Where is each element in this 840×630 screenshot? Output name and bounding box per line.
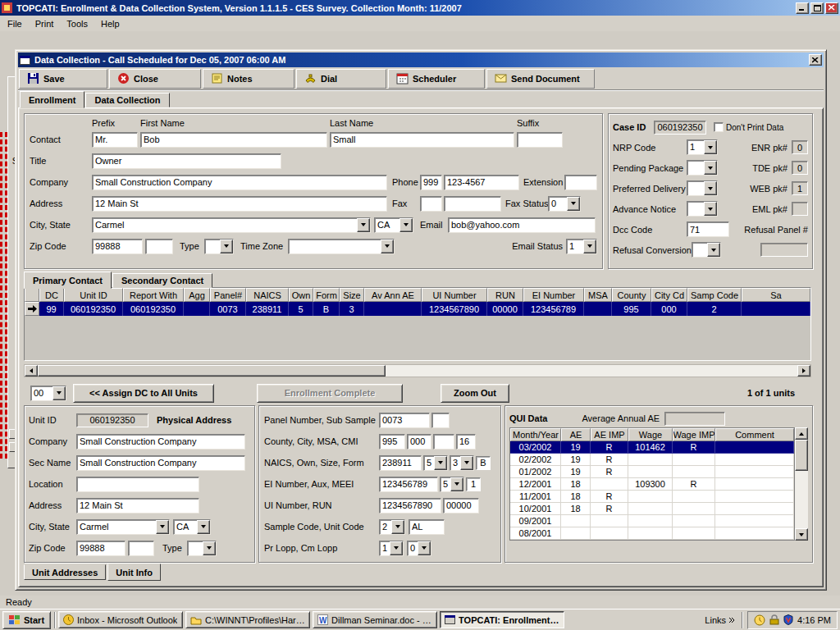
county-input[interactable] [379, 434, 405, 450]
scroll-down-button[interactable] [795, 528, 808, 541]
menu-help[interactable]: Help [94, 17, 126, 30]
dropdown-arrow-icon[interactable] [52, 386, 66, 400]
company-input[interactable] [92, 175, 387, 190]
aux-combo[interactable]: 5 [440, 477, 464, 492]
menu-print[interactable]: Print [29, 17, 61, 30]
units-grid[interactable]: DC Unit ID Report With Agg Panel# NAICS … [24, 287, 811, 361]
assign-dc-button[interactable]: << Assign DC to All Units [73, 384, 214, 403]
cmi-input[interactable] [456, 434, 476, 450]
qui-row[interactable]: 11/200118R [510, 491, 794, 503]
scroll-up-button[interactable] [795, 427, 808, 440]
dropdown-arrow-icon[interactable] [418, 541, 431, 555]
pending-package-combo[interactable] [687, 160, 718, 176]
extension-input[interactable] [564, 175, 597, 190]
dropdown-arrow-icon[interactable] [704, 202, 717, 216]
taskbar-item-topcati[interactable]: TOPCATI: Enrollment ... [440, 611, 564, 628]
dial-button[interactable]: Dial [296, 69, 386, 89]
scroll-thumb[interactable] [38, 365, 386, 377]
menu-tools[interactable]: Tools [60, 17, 94, 30]
dropdown-arrow-icon[interactable] [704, 161, 717, 175]
notes-button[interactable]: Notes [203, 69, 294, 89]
city-combo[interactable]: Carmel [92, 217, 371, 233]
qui-row[interactable]: 08/2001 [510, 527, 794, 540]
nrp-code-combo[interactable]: 1 [687, 139, 718, 155]
enrollment-complete-button[interactable]: Enrollment Complete [257, 384, 403, 403]
tab-secondary-contact[interactable]: Secondary Contact [112, 273, 212, 288]
panel-number-input[interactable] [379, 413, 430, 428]
save-button[interactable]: Save [19, 69, 107, 89]
unit-state-combo[interactable]: CA [173, 519, 211, 535]
dropdown-arrow-icon[interactable] [357, 218, 370, 232]
close-button[interactable] [825, 2, 838, 14]
scroll-right-button[interactable] [797, 365, 810, 377]
dropdown-arrow-icon[interactable] [203, 541, 216, 555]
state-combo[interactable]: CA [374, 217, 413, 233]
city-cd-input[interactable] [407, 434, 431, 450]
dropdown-arrow-icon[interactable] [450, 477, 463, 491]
dc-combo[interactable]: 00 [30, 386, 66, 401]
dropdown-arrow-icon[interactable] [434, 456, 447, 470]
chevron-right-icon[interactable] [728, 617, 735, 623]
dropdown-arrow-icon[interactable] [704, 181, 717, 195]
dcc-code-input[interactable] [687, 221, 729, 237]
phone-number-input[interactable] [444, 175, 519, 190]
last-name-input[interactable] [330, 132, 514, 148]
address-input[interactable] [92, 196, 387, 212]
own-combo[interactable]: 5 [423, 455, 448, 471]
scroll-left-button[interactable] [25, 365, 38, 377]
fax-area-input[interactable] [420, 196, 442, 212]
dropdown-arrow-icon[interactable] [567, 197, 580, 211]
lock-icon[interactable] [769, 614, 779, 625]
advance-notice-combo[interactable] [687, 201, 718, 217]
sample-code-combo[interactable]: 2 [379, 519, 405, 535]
location-input[interactable] [76, 477, 199, 492]
scheduler-button[interactable]: Scheduler [388, 69, 485, 89]
dropdown-arrow-icon[interactable] [583, 240, 596, 253]
taskbar-item-folder[interactable]: C:\WINNT\Profiles\Harre... [185, 611, 310, 628]
start-button[interactable]: Start [2, 611, 51, 629]
prefix-input[interactable] [92, 132, 138, 148]
send-document-button[interactable]: Send Document [486, 69, 595, 89]
dropdown-arrow-icon[interactable] [391, 520, 404, 534]
zip4-input[interactable] [145, 239, 173, 254]
minimize-button[interactable] [796, 2, 809, 14]
taskbar-item-outlook[interactable]: Inbox - Microsoft Outlook [58, 611, 183, 628]
unit-city-combo[interactable]: Carmel [76, 519, 170, 535]
unit-zip4-input[interactable] [128, 541, 154, 556]
grid-hscrollbar[interactable] [24, 364, 811, 377]
dropdown-arrow-icon[interactable] [156, 520, 169, 534]
naics-input[interactable] [379, 455, 422, 471]
run-input[interactable] [443, 498, 479, 514]
ui-number-input[interactable] [379, 498, 441, 514]
dropdown-arrow-icon[interactable] [707, 243, 720, 257]
sub-sample-input[interactable] [431, 413, 450, 428]
pr-lopp-combo[interactable]: 1 [379, 541, 404, 556]
qui-row[interactable]: 03/200219R101462R [510, 441, 794, 454]
title-input[interactable] [92, 153, 281, 169]
dropdown-arrow-icon[interactable] [381, 240, 394, 253]
links-label[interactable]: Links [705, 615, 726, 625]
qui-row[interactable]: 09/2001 [510, 515, 794, 527]
menu-file[interactable]: File [1, 17, 29, 30]
qui-row[interactable]: 01/200219R [510, 466, 794, 478]
tab-data-collection[interactable]: Data Collection [85, 93, 169, 107]
cm-lopp-combo[interactable]: 0 [407, 541, 431, 556]
tab-unit-addresses[interactable]: Unit Addresses [24, 564, 106, 580]
close-toolbar-button[interactable]: Close [109, 69, 201, 89]
dropdown-arrow-icon[interactable] [197, 520, 210, 534]
preferred-delivery-combo[interactable] [687, 180, 718, 196]
dropdown-arrow-icon[interactable] [220, 240, 233, 253]
first-name-input[interactable] [140, 132, 327, 148]
tab-enrollment[interactable]: Enrollment [20, 91, 84, 108]
refusal-conversion-combo[interactable] [692, 242, 721, 258]
zoom-out-button[interactable]: Zoom Out [441, 384, 509, 403]
qui-row[interactable]: 12/200118109300R [510, 478, 794, 491]
dropdown-arrow-icon[interactable] [460, 456, 473, 470]
phone-area-input[interactable] [420, 175, 442, 190]
qui-table[interactable]: Month/Year AE AE IMP Wage Wage IMP Comme… [509, 427, 795, 541]
fax-status-combo[interactable]: 0 [548, 196, 581, 212]
type-combo[interactable] [204, 239, 234, 254]
dont-print-checkbox[interactable] [714, 122, 724, 132]
scroll-thumb[interactable] [795, 440, 808, 471]
time-zone-combo[interactable] [288, 239, 395, 254]
